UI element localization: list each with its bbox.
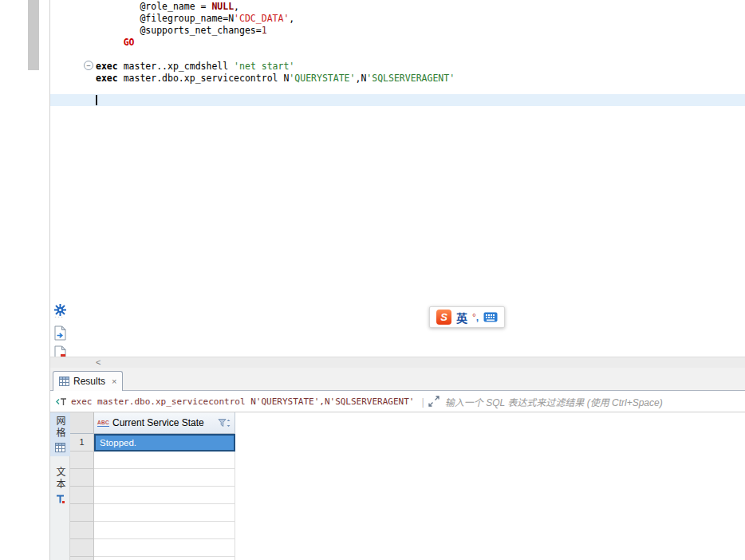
row-number-cell[interactable] [70,539,94,557]
grid-view-icon [55,443,65,452]
results-tab-bar: Results × [50,368,745,391]
results-filter-bar: exec master.dbo.xp_servicecontrol N'QUER… [50,391,745,412]
data-cell[interactable] [94,469,235,487]
filter-input-placeholder[interactable]: 输入一个 SQL 表达式来过滤结果 (使用 Ctrl+Space) [445,395,663,408]
grid-corner-cell[interactable] [70,412,94,434]
table-row [70,487,745,504]
expand-filter-icon[interactable] [428,396,440,407]
table-row [70,452,745,469]
tab-grid-view[interactable]: 网格 [50,412,70,456]
data-cell[interactable] [94,539,235,557]
tab-results[interactable]: Results × [53,371,123,391]
code-line: exec master..xp_cmdshell 'net start' [96,61,455,73]
sql-editor-window: − @role_name = NULL, @filegroup_name=N'C… [0,0,745,560]
grid-rows: 1Stopped. [70,434,745,560]
table-row [70,539,745,557]
data-cell[interactable] [94,487,235,504]
table-row [70,469,745,487]
scroll-left-icon[interactable]: < [96,357,101,368]
tab-text-view[interactable]: 文本 [50,463,70,508]
data-cell[interactable] [94,522,235,539]
table-row [70,522,745,539]
result-view-switcher: 网格 文本 [50,412,70,560]
row-number-cell[interactable] [70,557,94,560]
vertical-scrollbar-thumb[interactable] [28,0,39,70]
grid-icon [59,377,69,386]
code-line: exec master.dbo.xp_servicecontrol N'QUER… [96,73,455,85]
column-title: Current Service State [112,417,215,428]
text-caret [96,95,97,105]
text-view-icon [55,494,65,504]
code-line: @role_name = NULL, [96,1,455,13]
data-cell[interactable] [94,452,235,469]
table-row [70,557,745,560]
ime-language-mode[interactable]: 英 [456,310,467,325]
close-icon[interactable]: × [112,377,116,386]
expand-filter-icon-graphic [428,396,440,407]
tab-results-label: Results [73,376,105,387]
ime-logo-icon: S [436,310,451,325]
string-type-icon: ABC [97,420,109,427]
export-file-icon[interactable] [53,325,67,341]
current-line-highlight [50,94,745,106]
code-lines: @role_name = NULL, @filegroup_name=N'CDC… [96,1,455,85]
filter-edit-icon[interactable] [55,396,67,407]
data-cell[interactable] [94,557,235,560]
code-line: @supports_net_changes=1 [96,25,455,37]
results-grid[interactable]: ABC Current Service State 1Stopped. [70,412,745,560]
more-dots-icon: ··· [54,313,64,321]
filter-query-text[interactable]: exec master.dbo.xp_servicecontrol N'QUER… [71,396,414,407]
row-number-cell[interactable] [70,452,94,469]
grid-header-row: ABC Current Service State [70,412,745,434]
ime-keyboard-icon[interactable] [483,312,498,322]
data-cell[interactable] [94,504,235,522]
ime-punctuation-icon[interactable]: °, [472,312,479,323]
row-number-cell[interactable] [70,469,94,487]
code-line [96,49,455,61]
table-row [70,504,745,522]
export-file-icon-graphic [54,325,66,341]
fold-collapse-icon[interactable]: − [84,61,93,70]
sql-editor[interactable]: − @role_name = NULL, @filegroup_name=N'C… [50,0,745,357]
row-number-cell[interactable] [70,487,94,504]
data-cell[interactable]: Stopped. [94,434,235,452]
row-number-cell[interactable]: 1 [70,434,94,452]
row-number-cell[interactable] [70,522,94,539]
ime-punct-comma: , [476,312,479,323]
code-line: @filegroup_name=N'CDC_DATA', [96,13,455,25]
column-header-current-service-state[interactable]: ABC Current Service State [94,412,235,434]
row-number-cell[interactable] [70,504,94,522]
tab-grid-view-label: 网格 [53,416,67,440]
ime-status-bar[interactable]: S 英 °, [429,306,505,328]
filter-separator: | [421,396,424,408]
table-row: 1Stopped. [70,434,745,452]
horizontal-scrollbar[interactable]: < [50,357,745,368]
code-line: GO [96,37,455,49]
tab-text-view-label: 文本 [53,467,67,491]
column-filter-sort-icon[interactable] [218,418,231,428]
